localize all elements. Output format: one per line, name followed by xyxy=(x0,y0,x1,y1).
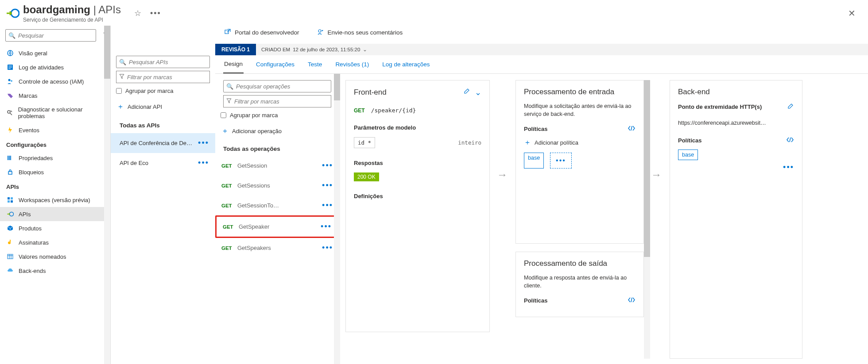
activity-log-icon xyxy=(6,64,14,71)
api-list: API de Conferência de De…•••API de Eco••… xyxy=(111,133,215,173)
nav-locks[interactable]: Bloqueios xyxy=(0,165,110,179)
api-filter-box[interactable] xyxy=(116,71,210,83)
tab-config[interactable]: Configurações xyxy=(255,56,295,73)
group-by-tag-label: Agrupar por marca xyxy=(125,88,173,94)
operation-item[interactable]: GETGetSessions••• xyxy=(215,176,339,195)
api-search-input[interactable] xyxy=(129,59,207,65)
svg-point-4 xyxy=(11,80,12,82)
operation-item[interactable]: GETGetSession••• xyxy=(215,156,339,176)
nav-named-values[interactable]: Valores nomeados xyxy=(0,249,110,264)
developer-portal-link[interactable]: Portal do desenvolvedor xyxy=(224,28,299,37)
nav-heading-config: Configurações xyxy=(0,137,110,151)
iam-icon xyxy=(6,78,14,85)
tab-design[interactable]: Design xyxy=(223,55,244,73)
nav-subscriptions[interactable]: Assinaturas xyxy=(0,235,110,249)
operation-item[interactable]: GETGetSessionTo…••• xyxy=(215,195,339,215)
nav-workspaces[interactable]: Workspaces (versão prévia) xyxy=(0,193,110,207)
feedback-link[interactable]: Envie-nos seus comentários xyxy=(317,28,403,37)
nav-label: Diagnosticar e solucionar problemas xyxy=(18,106,104,119)
nav-label: Marcas xyxy=(19,92,38,99)
ops-group-checkbox[interactable] xyxy=(221,112,226,118)
add-policy-link[interactable]: ＋ Adicionar política xyxy=(524,138,636,147)
revision-badge[interactable]: REVISÃO 1 xyxy=(215,44,256,55)
add-policy-placeholder[interactable]: ••• xyxy=(550,153,572,169)
all-operations-heading[interactable]: Todas as operações xyxy=(215,139,339,156)
edit-icon[interactable] xyxy=(463,88,470,97)
nav-tags[interactable]: Marcas xyxy=(0,88,110,103)
favorite-star-icon[interactable]: ☆ xyxy=(134,8,141,18)
tab-revisions[interactable]: Revisões (1) xyxy=(334,56,370,73)
svg-rect-6 xyxy=(8,172,12,174)
filter-icon xyxy=(226,98,232,105)
chevron-down-icon[interactable]: ⌄ xyxy=(475,88,481,97)
inbound-desc: Modifique a solicitação antes de enviá-l… xyxy=(524,103,636,118)
op-more-icon[interactable]: ••• xyxy=(322,243,333,253)
nav-properties[interactable]: Propriedades xyxy=(0,151,110,165)
tab-changelog[interactable]: Log de alterações xyxy=(381,56,430,73)
op-more-icon[interactable]: ••• xyxy=(322,201,333,210)
nav-diagnose[interactable]: Diagnosticar e solucionar problemas xyxy=(0,103,110,123)
code-editor-icon[interactable] xyxy=(786,137,794,144)
op-more-icon[interactable]: ••• xyxy=(322,181,333,190)
nav-apis[interactable]: APIs xyxy=(0,207,110,221)
api-filter-input[interactable] xyxy=(127,74,207,80)
api-search-box[interactable]: 🔍 xyxy=(116,56,210,68)
service-name: boardgaming xyxy=(23,4,90,15)
ops-search-box[interactable]: 🔍 xyxy=(223,80,331,92)
operation-item[interactable]: GETGetSpeakers••• xyxy=(215,238,339,258)
more-actions-icon[interactable]: ••• xyxy=(150,9,161,18)
api-item-more-icon[interactable]: ••• xyxy=(196,158,211,168)
op-more-icon[interactable]: ••• xyxy=(322,161,333,170)
base-policy-chip[interactable]: base xyxy=(678,149,698,160)
group-by-tag-checkbox[interactable] xyxy=(116,88,122,94)
close-icon[interactable]: ✕ xyxy=(845,6,859,20)
nav-overview[interactable]: Visão geral xyxy=(0,46,110,60)
all-apis-heading[interactable]: Todas as APIs xyxy=(111,115,215,133)
flow-arrow-icon: → xyxy=(497,80,508,359)
filter-icon xyxy=(119,74,124,80)
edit-icon[interactable] xyxy=(787,103,794,111)
code-editor-icon[interactable] xyxy=(628,125,636,133)
base-policy-chip[interactable]: base xyxy=(524,153,544,169)
group-by-tag-row[interactable]: Agrupar por marca xyxy=(111,86,215,99)
add-operation-link[interactable]: ＋ Adicionar operação xyxy=(215,123,339,139)
nav-search-input[interactable] xyxy=(18,32,93,39)
nav-search-box[interactable]: 🔍 xyxy=(5,29,96,42)
processing-scrollbar[interactable] xyxy=(644,80,650,359)
operation-signature: GET /speaker/{id} xyxy=(354,107,481,114)
tab-test[interactable]: Teste xyxy=(307,56,323,73)
nav-products[interactable]: Produtos xyxy=(0,221,110,235)
nav-scrollbar[interactable] xyxy=(104,26,110,364)
api-item-more-icon[interactable]: ••• xyxy=(196,138,211,148)
op-more-icon[interactable]: ••• xyxy=(321,222,332,231)
nav-iam[interactable]: Controle de acesso (IAM) xyxy=(0,74,110,88)
add-api-link[interactable]: ＋ Adicionar API xyxy=(111,99,215,115)
chevron-down-icon[interactable]: ⌄ xyxy=(363,46,367,53)
page-header: boardgaming | APIs Serviço de Gerenciame… xyxy=(0,0,868,26)
backend-more-icon[interactable]: ••• xyxy=(678,163,794,172)
api-item[interactable]: API de Conferência de De…••• xyxy=(111,133,215,153)
nav-events[interactable]: Eventos xyxy=(0,123,110,137)
ops-group-row[interactable]: Agrupar por marca xyxy=(215,110,339,123)
nav-backends[interactable]: Back-ends xyxy=(0,264,110,278)
ops-search-input[interactable] xyxy=(236,83,328,90)
svg-rect-13 xyxy=(10,240,11,242)
template-params-title: Parâmetros de modelo xyxy=(354,124,481,131)
nav-heading-apis: APIs xyxy=(0,179,110,193)
response-200-badge[interactable]: 200 OK xyxy=(354,172,379,181)
backends-icon xyxy=(6,267,14,274)
api-item[interactable]: API de Eco••• xyxy=(111,153,215,173)
svg-point-16 xyxy=(318,30,321,32)
svg-point-0 xyxy=(11,9,19,17)
ops-filter-box[interactable] xyxy=(223,95,331,107)
param-type: inteiro xyxy=(458,139,481,146)
responses-title: Respostas xyxy=(354,160,481,166)
nav-activity-log[interactable]: Log de atividades xyxy=(0,60,110,74)
operation-item[interactable]: GETGetSpeaker••• xyxy=(215,215,339,238)
outbound-policies-title: Políticas xyxy=(524,297,547,304)
code-editor-icon[interactable] xyxy=(628,297,636,304)
nav-label: APIs xyxy=(19,211,31,218)
editor-row: 🔍 Agrupar por marca ＋ Adicionar operação… xyxy=(215,74,868,364)
ops-filter-input[interactable] xyxy=(234,98,328,105)
nav-label: Workspaces (versão prévia) xyxy=(19,197,90,203)
